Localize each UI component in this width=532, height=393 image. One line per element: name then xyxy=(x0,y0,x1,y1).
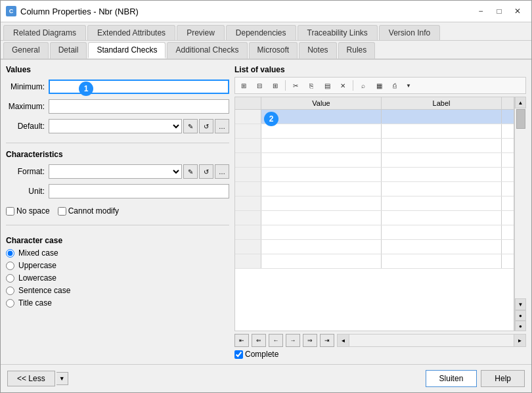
second-tabs: General Detail Standard Checks Additiona… xyxy=(1,41,531,60)
lowercase-label: Lowercase xyxy=(18,273,56,283)
tab-additional-checks[interactable]: Additional Checks xyxy=(167,42,247,58)
toolbar-copy-btn[interactable]: ⎘ xyxy=(304,79,319,92)
table-row[interactable] xyxy=(235,153,514,168)
cell-value-1[interactable]: 2 xyxy=(261,110,382,124)
character-case-group: Character case Mixed case Uppercase Lowe… xyxy=(6,236,229,311)
radio-upper-input[interactable] xyxy=(6,262,14,270)
cannot-modify-check[interactable] xyxy=(58,207,66,216)
default-select[interactable] xyxy=(49,119,182,133)
scroll-thumb[interactable] xyxy=(516,109,525,129)
horizontal-scrollbar[interactable]: ◄ ► xyxy=(337,334,526,347)
no-spaces-check[interactable] xyxy=(6,207,14,216)
help-button[interactable]: Help xyxy=(481,370,525,387)
radio-mixed-case[interactable]: Mixed case xyxy=(6,248,229,258)
cannot-modify-checkbox[interactable]: Cannot modify xyxy=(58,206,119,216)
hscroll-left-btn[interactable]: ◄ xyxy=(338,335,349,346)
close-button[interactable]: ✕ xyxy=(509,5,526,18)
scroll-page-down-btn[interactable]: ● xyxy=(515,321,526,331)
tab-notes[interactable]: Notes xyxy=(299,42,336,58)
tab-general[interactable]: General xyxy=(3,42,49,58)
table-header: Value Label xyxy=(235,97,514,110)
scroll-down-btn[interactable]: ▼ xyxy=(515,298,526,310)
toolbar-cut-btn[interactable]: ✂ xyxy=(288,79,303,92)
cell-num-1 xyxy=(235,110,261,124)
maximum-label: Maximum: xyxy=(6,102,49,111)
radio-lowercase[interactable]: Lowercase xyxy=(6,273,229,283)
unit-input[interactable] xyxy=(49,184,229,198)
radio-lower-input[interactable] xyxy=(6,274,14,283)
tab-microsoft[interactable]: Microsoft xyxy=(249,42,298,58)
nav-next-page-btn[interactable]: ⇒ xyxy=(303,334,317,347)
format-action-btn[interactable]: … xyxy=(215,164,229,179)
tab-standard-checks[interactable]: Standard Checks xyxy=(88,42,166,58)
cell-label-1[interactable] xyxy=(382,110,502,124)
less-dropdown-btn[interactable]: ▼ xyxy=(56,372,68,385)
table-row[interactable] xyxy=(235,240,514,254)
tab-extended-attributes[interactable]: Extended Attributes xyxy=(87,25,175,40)
radio-uppercase[interactable]: Uppercase xyxy=(6,261,229,270)
table-row[interactable] xyxy=(235,254,514,269)
complete-check[interactable] xyxy=(234,350,243,359)
nav-prev-btn[interactable]: ← xyxy=(269,334,283,347)
format-select[interactable] xyxy=(49,164,182,179)
minimum-input[interactable] xyxy=(49,80,229,94)
minimum-label: Minimum: xyxy=(6,82,49,91)
tab-related-diagrams[interactable]: Related Diagrams xyxy=(3,25,86,40)
tab-dependencies[interactable]: Dependencies xyxy=(226,25,296,40)
tab-rules[interactable]: Rules xyxy=(338,42,376,58)
cell-empty-1 xyxy=(502,110,514,124)
table-wrapper: Value Label 2 xyxy=(234,97,526,359)
default-clear-btn[interactable]: ↺ xyxy=(199,119,213,133)
nav-next-btn[interactable]: → xyxy=(286,334,300,347)
nav-last-btn[interactable]: ⇥ xyxy=(320,334,334,347)
maximize-button[interactable]: □ xyxy=(491,5,508,18)
tab-version-info[interactable]: Version Info xyxy=(379,25,440,40)
table-row[interactable] xyxy=(235,196,514,211)
scroll-page-up-btn[interactable]: ● xyxy=(515,310,526,321)
no-spaces-checkbox[interactable]: No space xyxy=(6,206,50,216)
tab-traceability-links[interactable]: Traceability Links xyxy=(298,25,378,40)
table-row[interactable] xyxy=(235,182,514,196)
table-row[interactable] xyxy=(235,211,514,225)
toolbar-paste-btn[interactable]: ▤ xyxy=(320,79,334,92)
format-clear-btn[interactable]: ↺ xyxy=(199,164,213,179)
default-edit-btn[interactable]: ✎ xyxy=(183,119,198,133)
toolbar-print-btn[interactable]: ⎙ xyxy=(388,79,402,92)
table-row[interactable] xyxy=(235,124,514,139)
toolbar-export-btn[interactable]: ▦ xyxy=(372,79,386,92)
unit-label: Unit: xyxy=(6,187,49,196)
minimize-button[interactable]: − xyxy=(472,5,489,18)
format-edit-btn[interactable]: ✎ xyxy=(183,164,198,179)
toolbar-grid3-btn[interactable]: ⊞ xyxy=(268,79,282,92)
complete-checkbox[interactable]: Complete xyxy=(234,350,278,359)
radio-mixed-input[interactable] xyxy=(6,249,14,258)
table-row[interactable] xyxy=(235,139,514,153)
vertical-scrollbar[interactable]: ▲ ▼ ● ● xyxy=(514,97,526,331)
hscroll-right-btn[interactable]: ► xyxy=(514,335,525,346)
toolbar-dropdown-btn[interactable]: ▼ xyxy=(403,79,414,92)
content-area: Values Minimum: 1 Maximum: Default: ✎ ↺ xyxy=(1,60,531,364)
nav-prev-page-btn[interactable]: ⇐ xyxy=(252,334,266,347)
table-row[interactable] xyxy=(235,168,514,182)
toolbar-grid2-btn[interactable]: ⊟ xyxy=(252,79,267,92)
nav-first-btn[interactable]: ⇤ xyxy=(234,334,249,347)
less-button[interactable]: << Less xyxy=(7,371,55,386)
main-window: C Column Properties - Nbr (NBR) − □ ✕ Re… xyxy=(0,0,532,393)
badge-1: 1 xyxy=(79,81,93,96)
radio-sentence-input[interactable] xyxy=(6,287,14,295)
tab-detail[interactable]: Detail xyxy=(50,42,87,58)
default-action-btn[interactable]: … xyxy=(215,119,229,133)
toolbar-search-btn[interactable]: ⌕ xyxy=(356,79,370,92)
sluiten-button[interactable]: Sluiten xyxy=(426,370,477,387)
characteristics-label: Characteristics xyxy=(6,150,229,159)
maximum-input[interactable] xyxy=(49,99,229,114)
table-row[interactable] xyxy=(235,225,514,240)
radio-title-input[interactable] xyxy=(6,299,14,308)
toolbar-delete-btn[interactable]: ✕ xyxy=(336,79,350,92)
radio-sentence-case[interactable]: Sentence case xyxy=(6,286,229,295)
scroll-up-btn[interactable]: ▲ xyxy=(515,97,526,108)
toolbar-grid1-btn[interactable]: ⊞ xyxy=(236,79,251,92)
radio-title-case[interactable]: Title case xyxy=(6,298,229,308)
tab-preview[interactable]: Preview xyxy=(177,25,225,40)
table-row[interactable]: 2 xyxy=(235,110,514,124)
